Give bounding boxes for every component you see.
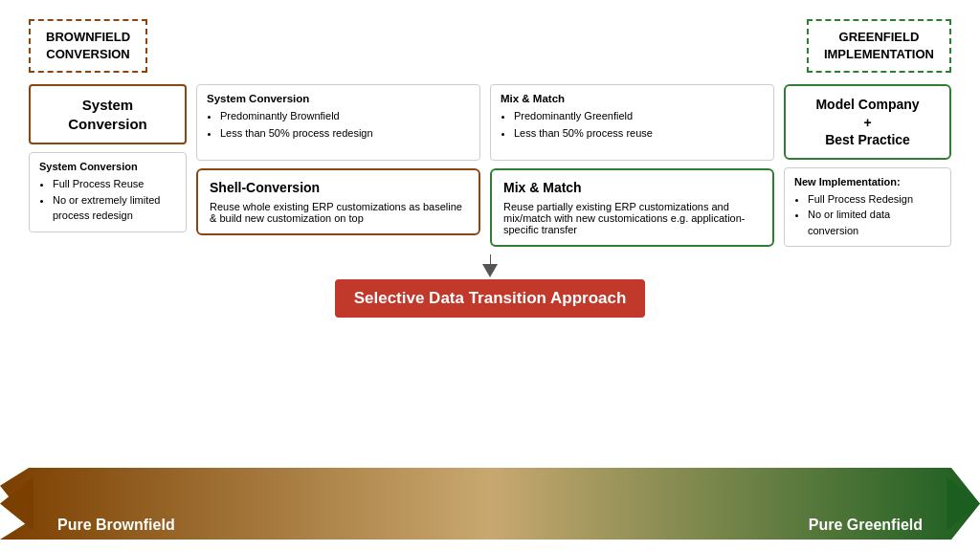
brownfield-label: BROWNFIELD CONVERSION xyxy=(29,19,147,73)
shell-conversion-desc: Reuse whole existing ERP customizations … xyxy=(210,201,467,224)
new-impl-bullets: Full Process Redesign No or limited data… xyxy=(794,191,941,239)
list-item: Predominantly Greenfield xyxy=(514,108,764,125)
center-right-upper-title: Mix & Match xyxy=(501,93,764,104)
arrow-down-icon xyxy=(482,264,498,277)
shell-conversion-box: Shell-Conversion Reuse whole existing ER… xyxy=(196,168,480,235)
middle-section: System Conversion System Conversion Full… xyxy=(29,84,951,247)
list-item: Full Process Redesign xyxy=(808,191,941,208)
center-left-upper-title: System Conversion xyxy=(207,93,470,104)
connector-line xyxy=(490,254,491,264)
list-item: Less than 50% process reuse xyxy=(514,125,764,143)
center-right-upper-box: Mix & Match Predominantly Greenfield Les… xyxy=(490,84,774,161)
selective-bar: Selective Data Transition Approach xyxy=(335,279,646,318)
center-left-upper-bullets: Predominantly Brownfield Less than 50% p… xyxy=(207,108,470,142)
list-item: No or extremely limited process redesign xyxy=(53,192,176,224)
center-section: System Conversion Predominantly Brownfie… xyxy=(196,84,774,247)
mix-match-desc: Reuse partially existing ERP customizati… xyxy=(503,201,761,235)
new-impl-title: New Implementation: xyxy=(794,176,941,187)
top-labels: BROWNFIELD CONVERSION GREENFIELD IMPLEME… xyxy=(29,19,951,73)
system-conversion-bullets: Full Process Reuse No or extremely limit… xyxy=(39,176,176,224)
system-conversion-desc: System Conversion Full Process Reuse No … xyxy=(29,152,187,232)
system-conversion-title: System Conversion xyxy=(42,96,173,133)
list-item: Predominantly Brownfield xyxy=(220,108,470,125)
left-column: System Conversion System Conversion Full… xyxy=(29,84,187,232)
shell-conversion-title: Shell-Conversion xyxy=(210,180,467,195)
model-company-box: Model Company + Best Practice xyxy=(784,84,951,160)
model-company-title: Model Company + Best Practice xyxy=(797,96,938,148)
gradient-arrow xyxy=(0,468,980,540)
center-left-col: System Conversion Predominantly Brownfie… xyxy=(196,84,480,235)
selective-section: Selective Data Transition Approach xyxy=(29,254,951,318)
greenfield-label: GREENFIELD IMPLEMENTATION xyxy=(807,19,951,73)
svg-marker-0 xyxy=(0,468,980,540)
center-left-upper-box: System Conversion Predominantly Brownfie… xyxy=(196,84,480,161)
list-item: Full Process Reuse xyxy=(53,176,176,192)
system-conversion-box: System Conversion xyxy=(29,84,187,144)
list-item: Less than 50% process redesign xyxy=(220,125,470,143)
new-impl-box: New Implementation: Full Process Redesig… xyxy=(784,167,951,248)
main-container: BROWNFIELD CONVERSION GREENFIELD IMPLEME… xyxy=(0,0,980,551)
mix-match-title: Mix & Match xyxy=(503,180,761,195)
right-column: Model Company + Best Practice New Implem… xyxy=(784,84,951,247)
bottom-arrow-section: Pure Brownfield Pure Greenfield xyxy=(0,455,980,551)
center-right-col: Mix & Match Predominantly Greenfield Les… xyxy=(490,84,774,247)
system-conversion-desc-title: System Conversion xyxy=(39,161,176,172)
arrow-down-container xyxy=(482,264,498,277)
mix-match-box: Mix & Match Reuse partially existing ERP… xyxy=(490,168,774,247)
list-item: No or limited data conversion xyxy=(808,207,941,238)
center-right-upper-bullets: Predominantly Greenfield Less than 50% p… xyxy=(501,108,764,142)
